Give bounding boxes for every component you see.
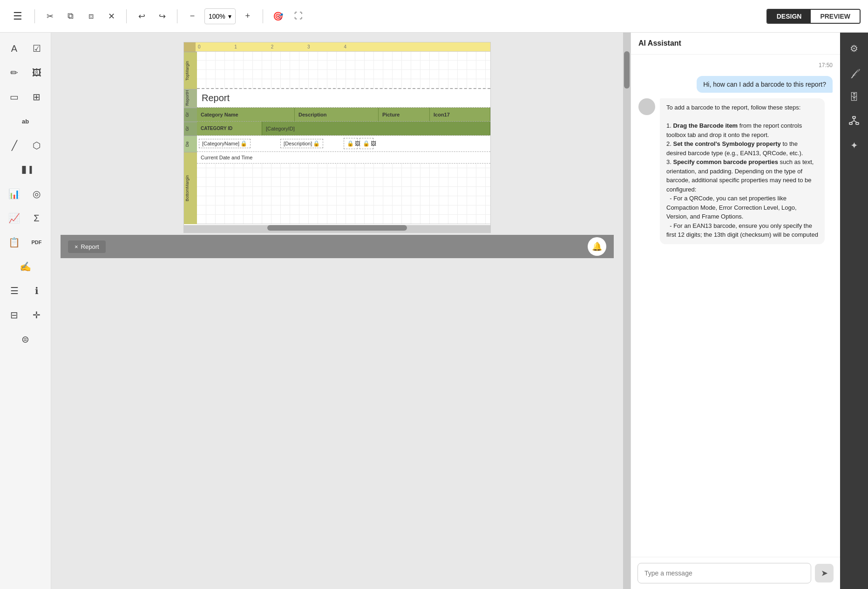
- list-data-icon[interactable]: 📋: [4, 232, 25, 253]
- zoom-in-button[interactable]: +: [239, 8, 256, 25]
- bot-message-row: To add a barcode to the report, follow t…: [638, 98, 833, 244]
- sigma-icon[interactable]: Σ: [27, 208, 47, 228]
- line-icon[interactable]: ╱: [4, 135, 25, 156]
- category-name-field[interactable]: [CategoryName] 🔒: [199, 139, 251, 148]
- bell-icon: 🔔: [592, 241, 602, 252]
- report-content: Report Category Name Description Picture…: [197, 52, 490, 224]
- ai-assistant-header: AI Assistant: [631, 33, 840, 55]
- fullscreen-button[interactable]: ⛶: [290, 8, 307, 25]
- current-dt-row: Current Date and Time: [197, 152, 490, 164]
- category-id-value: [CategoryID]: [262, 122, 490, 135]
- section-labels: TopMargin ReportH Gr Gr De BottomMargin: [184, 52, 197, 224]
- report-header-section: Report: [197, 89, 490, 108]
- chart-line-icon[interactable]: 📈: [4, 208, 25, 228]
- vertical-scrollbar[interactable]: [623, 33, 631, 589]
- sidebar-row-3: ▭ ⊞: [0, 85, 51, 109]
- svg-line-4: [851, 121, 854, 123]
- picture-field[interactable]: 🔒 🖼: [344, 138, 358, 149]
- report-header-label: ReportH: [184, 89, 197, 108]
- description-text: [Description]: [284, 141, 312, 146]
- category-name-text: [CategoryName]: [202, 141, 239, 146]
- sidebar-row-7: 📊 ◎: [0, 182, 51, 206]
- description-field[interactable]: [Description] 🔒: [280, 139, 323, 148]
- shape-icon[interactable]: ⬡: [27, 135, 47, 156]
- ai-messages-area[interactable]: 17:50 Hi, how can I add a barcode to thi…: [631, 55, 840, 557]
- image-icon[interactable]: 🖼: [27, 62, 47, 83]
- undo-button[interactable]: ↩: [133, 8, 150, 25]
- footer-bar: × Report 🔔: [61, 235, 614, 258]
- barcode-icon[interactable]: ▐▌▐: [15, 159, 36, 180]
- zoom-dropdown-arrow[interactable]: ▾: [228, 13, 231, 20]
- lock2-icon: 🔒: [313, 140, 320, 147]
- info-list-icon[interactable]: ℹ: [27, 281, 47, 301]
- sidebar-row-5: ╱ ⬡: [0, 133, 51, 158]
- sidebar-row-8: 📈 Σ: [0, 206, 51, 230]
- cross-icon[interactable]: ✛: [27, 305, 47, 325]
- gauge-icon[interactable]: ◎: [27, 184, 47, 204]
- checkbox-icon[interactable]: ☑: [27, 38, 47, 59]
- signature-icon[interactable]: ✍: [15, 256, 36, 277]
- top-margin-section: [197, 52, 490, 89]
- detail-section: [CategoryName] 🔒 [Description] 🔒 🔒 🖼: [197, 136, 490, 152]
- separator-4: [263, 9, 263, 23]
- pdf-icon[interactable]: PDF: [27, 232, 47, 253]
- col-icon17: Icon17: [430, 108, 490, 121]
- zoom-out-button[interactable]: −: [184, 8, 201, 25]
- sparkle-icon[interactable]: ✦: [844, 135, 864, 156]
- preview-button[interactable]: PREVIEW: [811, 10, 860, 23]
- redo-button[interactable]: ↪: [154, 8, 170, 25]
- icon17-field[interactable]: 🔒 🖼: [359, 138, 373, 149]
- separator-3: [177, 9, 177, 23]
- gear-settings-icon[interactable]: ⚙: [844, 38, 864, 59]
- sidebar-row-10: ✍: [0, 254, 51, 279]
- h-scroll-thumb[interactable]: [267, 225, 407, 231]
- current-dt-label: Current Date and Time: [201, 155, 252, 160]
- message-input[interactable]: [637, 563, 811, 583]
- horizontal-scrollbar[interactable]: [184, 225, 490, 233]
- message-timestamp: 17:50: [638, 62, 833, 68]
- group-header-label: Gr: [184, 108, 197, 122]
- svg-rect-0: [853, 116, 855, 118]
- zoom-value: 100%: [209, 13, 225, 20]
- target-icon-button[interactable]: 🎯: [270, 8, 286, 25]
- design-button[interactable]: DESIGN: [767, 10, 811, 23]
- user-message: Hi, how can I add a barcode to this repo…: [697, 76, 833, 93]
- table2-icon[interactable]: ⊟: [4, 305, 25, 325]
- col-category-name: Category Name: [197, 108, 295, 121]
- group-header-section: Category Name Description Picture Icon17: [197, 108, 490, 122]
- text-icon[interactable]: A: [4, 38, 25, 59]
- top-toolbar: ☰ ✂ ⧉ ⧈ ✕ ↩ ↪ − 100% ▾ + 🎯 ⛶ DESIGN PREV…: [0, 0, 868, 33]
- paste-button[interactable]: ⧈: [82, 8, 99, 25]
- list-icon[interactable]: ☰: [4, 281, 25, 301]
- bot-message: To add a barcode to the report, follow t…: [660, 98, 825, 244]
- report-tab[interactable]: × Report: [68, 240, 106, 253]
- report-tab-close[interactable]: ×: [75, 243, 78, 250]
- send-button[interactable]: ➤: [815, 564, 834, 582]
- table-icon[interactable]: ⊞: [27, 87, 47, 107]
- chart-bar-icon[interactable]: 📊: [4, 184, 25, 204]
- sidebar-row-13: ⊜: [0, 327, 51, 351]
- rectangle-icon[interactable]: ▭: [4, 87, 25, 107]
- field-icon[interactable]: ab: [15, 111, 36, 131]
- ruler-top: 0 1 2 3 4: [184, 42, 490, 52]
- delete-button[interactable]: ✕: [103, 8, 120, 25]
- edit-icon[interactable]: ✏: [4, 62, 25, 83]
- svg-line-5: [854, 121, 857, 123]
- zoom-selector[interactable]: 100% ▾: [204, 8, 236, 24]
- database-icon[interactable]: 🗄: [844, 87, 864, 107]
- canvas-area[interactable]: 0 1 2 3 4 TopMargin ReportH Gr Gr De Bot…: [51, 33, 623, 589]
- copy-button[interactable]: ⧉: [62, 8, 79, 25]
- report-canvas: 0 1 2 3 4 TopMargin ReportH Gr Gr De Bot…: [183, 42, 491, 233]
- sidebar-row-9: 📋 PDF: [0, 230, 51, 254]
- send-icon: ➤: [821, 568, 828, 578]
- top-margin-label: TopMargin: [184, 52, 197, 89]
- detail-label: De: [184, 136, 197, 152]
- cut-button[interactable]: ✂: [41, 8, 58, 25]
- v-scroll-thumb[interactable]: [624, 51, 630, 89]
- design-preview-toggle: DESIGN PREVIEW: [766, 9, 861, 24]
- hierarchy-icon[interactable]: [844, 111, 864, 131]
- notification-bell-button[interactable]: 🔔: [588, 237, 606, 256]
- hamburger-menu-button[interactable]: ☰: [7, 6, 28, 27]
- report2-icon[interactable]: ⊜: [15, 329, 36, 349]
- script-f-icon[interactable]: 𝒻: [844, 62, 864, 83]
